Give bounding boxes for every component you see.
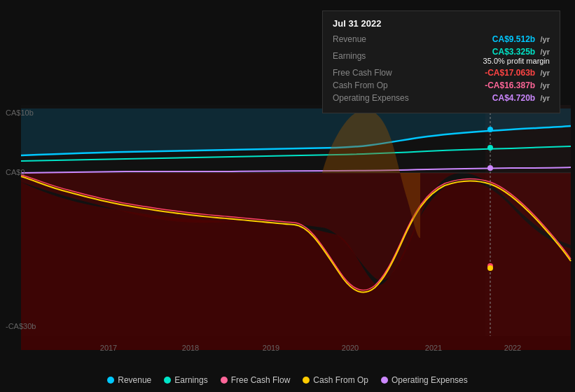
tooltip-row-revenue: Revenue CA$9.512b /yr xyxy=(333,34,550,44)
tooltip-label-cashfromop: Cash From Op xyxy=(333,80,417,90)
legend-item-earnings[interactable]: Earnings xyxy=(164,375,207,385)
legend-item-fcf[interactable]: Free Cash Flow xyxy=(221,375,291,385)
legend-item-cashfromop[interactable]: Cash From Op xyxy=(303,375,368,385)
svg-point-5 xyxy=(487,127,493,132)
x-label-2020: 2020 xyxy=(342,344,359,352)
tooltip-label-earnings: Earnings xyxy=(333,51,417,61)
legend: Revenue Earnings Free Cash Flow Cash Fro… xyxy=(0,375,575,385)
tooltip-box: Jul 31 2022 Revenue CA$9.512b /yr Earnin… xyxy=(322,10,560,113)
legend-dot-revenue xyxy=(107,377,114,384)
tooltip-value-fcf: -CA$17.063b /yr xyxy=(485,68,550,78)
tooltip-value-opex: CA$4.720b /yr xyxy=(492,93,550,103)
legend-label-fcf: Free Cash Flow xyxy=(231,375,291,385)
tooltip-value-cashfromop: -CA$16.387b /yr xyxy=(485,80,550,90)
tooltip-row-cashfromop: Cash From Op -CA$16.387b /yr xyxy=(333,80,550,90)
tooltip-value-revenue: CA$9.512b /yr xyxy=(492,34,550,44)
legend-label-earnings: Earnings xyxy=(174,375,207,385)
y-label-top: CA$10b xyxy=(6,108,34,117)
tooltip-row-fcf: Free Cash Flow -CA$17.063b /yr xyxy=(333,68,550,78)
tooltip-profit-margin: 35.0% profit margin xyxy=(483,57,550,65)
legend-item-revenue[interactable]: Revenue xyxy=(107,375,151,385)
legend-label-opex: Operating Expenses xyxy=(392,375,468,385)
legend-dot-cashfromop xyxy=(303,377,310,384)
tooltip-label-revenue: Revenue xyxy=(333,34,417,44)
y-label-bot: -CA$30b xyxy=(6,322,36,330)
tooltip-row-earnings: Earnings CA$3.325b /yr 35.0% profit marg… xyxy=(333,47,550,65)
x-label-2018: 2018 xyxy=(182,344,199,352)
tooltip-label-fcf: Free Cash Flow xyxy=(333,68,417,78)
svg-point-8 xyxy=(487,265,493,271)
y-label-mid: CA$0 xyxy=(6,168,25,176)
legend-dot-opex xyxy=(381,377,388,384)
legend-label-cashfromop: Cash From Op xyxy=(313,375,368,385)
svg-point-9 xyxy=(487,165,493,171)
tooltip-label-opex: Operating Expenses xyxy=(333,93,417,103)
x-label-2022: 2022 xyxy=(504,344,521,352)
x-label-2019: 2019 xyxy=(263,344,279,352)
chart-container: CA$10b CA$0 -CA$30b 2017 2018 2019 2020 … xyxy=(0,0,575,392)
tooltip-date: Jul 31 2022 xyxy=(333,18,550,29)
tooltip-value-earnings: CA$3.325b /yr xyxy=(492,47,550,57)
svg-point-6 xyxy=(487,145,493,150)
legend-dot-earnings xyxy=(164,377,171,384)
legend-label-revenue: Revenue xyxy=(118,375,151,385)
legend-item-opex[interactable]: Operating Expenses xyxy=(381,375,468,385)
tooltip-row-opex: Operating Expenses CA$4.720b /yr xyxy=(333,93,550,103)
legend-dot-fcf xyxy=(221,377,228,384)
x-label-2017: 2017 xyxy=(100,344,117,352)
x-label-2021: 2021 xyxy=(425,344,442,352)
